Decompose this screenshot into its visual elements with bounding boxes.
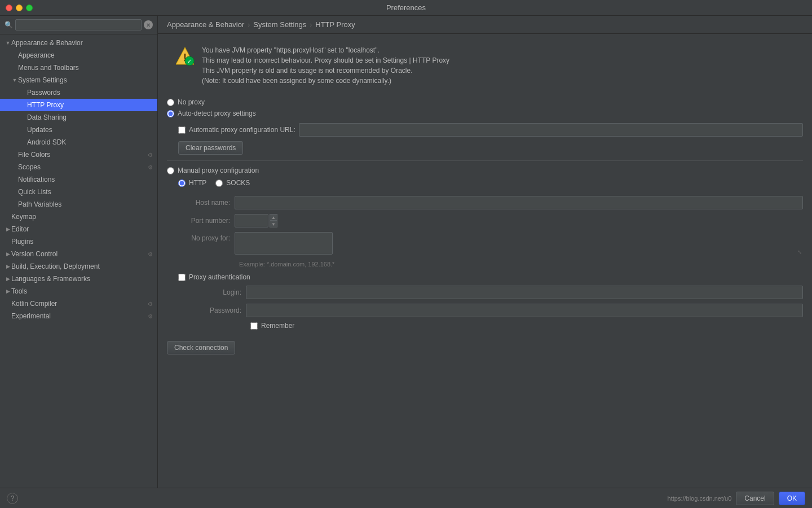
sidebar-item-experimental[interactable]: Experimental ⚙ bbox=[0, 310, 157, 322]
breadcrumb-system-settings[interactable]: System Settings bbox=[253, 20, 306, 29]
socks-protocol-row: SOCKS bbox=[215, 179, 250, 187]
manual-proxy-row: Manual proxy configuration bbox=[167, 167, 803, 174]
sidebar-item-kotlin-compiler[interactable]: Kotlin Compiler ⚙ bbox=[0, 297, 157, 310]
breadcrumb-sep-2: › bbox=[310, 21, 312, 29]
maximize-button[interactable] bbox=[26, 5, 33, 11]
no-proxy-for-row: No proxy for: ⤡ bbox=[178, 232, 803, 256]
experimental-icon: ⚙ bbox=[148, 313, 153, 319]
kotlin-icon: ⚙ bbox=[148, 301, 153, 307]
title-bar: Preferences bbox=[0, 0, 812, 16]
no-proxy-label: No proxy bbox=[178, 98, 205, 106]
breadcrumb-sep-1: › bbox=[248, 21, 250, 29]
content-scroll: ! ✓ You have JVM property "https.proxyHo… bbox=[158, 34, 812, 488]
manual-proxy-radio[interactable] bbox=[167, 167, 174, 174]
sidebar-item-quick-lists[interactable]: Quick Lists bbox=[0, 186, 157, 198]
login-input[interactable] bbox=[246, 286, 803, 299]
no-proxy-radio[interactable] bbox=[167, 99, 174, 106]
port-number-input[interactable]: 80 bbox=[235, 214, 268, 227]
password-label: Password: bbox=[189, 306, 246, 314]
check-connection-button[interactable]: Check connection bbox=[167, 341, 235, 354]
bottom-bar: ? https://blog.csdn.net/u0 Cancel OK bbox=[0, 488, 812, 508]
sidebar-item-scopes[interactable]: Scopes ⚙ bbox=[0, 161, 157, 173]
auto-proxy-url-input[interactable] bbox=[299, 123, 803, 137]
svg-text:✓: ✓ bbox=[187, 58, 192, 64]
proxy-auth-header: Proxy authentication bbox=[178, 273, 803, 281]
http-radio[interactable] bbox=[178, 179, 186, 187]
sidebar: 🔍 ✕ Appearance & Behavior Appearance Men… bbox=[0, 16, 158, 488]
minimize-button[interactable] bbox=[16, 5, 23, 11]
auto-proxy-checkbox[interactable] bbox=[178, 126, 186, 134]
proxy-auth-section: Proxy authentication Login: Password: bbox=[178, 273, 803, 330]
port-decrement-button[interactable]: ▼ bbox=[270, 221, 277, 227]
sidebar-item-file-colors[interactable]: File Colors ⚙ bbox=[0, 148, 157, 161]
sidebar-item-build-execution[interactable]: Build, Execution, Deployment bbox=[0, 260, 157, 273]
sidebar-item-http-proxy[interactable]: HTTP Proxy bbox=[0, 99, 157, 111]
breadcrumb-http-proxy: HTTP Proxy bbox=[315, 20, 355, 29]
remember-checkbox[interactable] bbox=[250, 322, 258, 330]
sidebar-item-editor[interactable]: Editor bbox=[0, 223, 157, 235]
sidebar-item-tools[interactable]: Tools bbox=[0, 285, 157, 297]
host-name-input[interactable] bbox=[235, 196, 803, 209]
url-text: https://blog.csdn.net/u0 bbox=[668, 495, 732, 502]
manual-proxy-label: Manual proxy configuration bbox=[178, 167, 259, 174]
proxy-auth-label: Proxy authentication bbox=[189, 273, 250, 281]
sidebar-item-keymap[interactable]: Keymap bbox=[0, 211, 157, 223]
sidebar-item-languages-frameworks[interactable]: Languages & Frameworks bbox=[0, 273, 157, 285]
sidebar-item-version-control[interactable]: Version Control ⚙ bbox=[0, 248, 157, 260]
proxy-auth-checkbox[interactable] bbox=[178, 274, 186, 281]
close-button[interactable] bbox=[6, 5, 12, 11]
sidebar-item-data-sharing[interactable]: Data Sharing bbox=[0, 111, 157, 124]
cancel-button[interactable]: Cancel bbox=[736, 492, 774, 505]
login-row: Login: bbox=[189, 286, 803, 299]
sidebar-item-updates[interactable]: Updates bbox=[0, 124, 157, 136]
sidebar-item-plugins[interactable]: Plugins bbox=[0, 235, 157, 248]
login-label: Login: bbox=[189, 288, 246, 296]
auto-detect-label: Auto-detect proxy settings bbox=[178, 110, 256, 117]
warning-icon: ! ✓ bbox=[174, 45, 196, 68]
no-proxy-for-input[interactable] bbox=[235, 232, 333, 255]
sidebar-item-menus-toolbars[interactable]: Menus and Toolbars bbox=[0, 62, 157, 74]
search-container: 🔍 ✕ bbox=[0, 16, 157, 34]
sidebar-item-system-settings[interactable]: System Settings bbox=[0, 74, 157, 86]
expand-icon[interactable]: ⤡ bbox=[797, 249, 802, 255]
sidebar-item-notifications[interactable]: Notifications bbox=[0, 173, 157, 186]
warning-text: You have JVM property "https.proxyHost" … bbox=[202, 45, 449, 86]
proxy-radio-group: No proxy Auto-detect proxy settings bbox=[167, 98, 803, 117]
tree-arrow-build bbox=[5, 263, 11, 270]
breadcrumb-appearance-behavior[interactable]: Appearance & Behavior bbox=[167, 20, 244, 29]
proxy-auth-fields: Login: Password: Remember bbox=[189, 286, 803, 330]
check-connection-wrap: Check connection bbox=[167, 341, 803, 354]
file-colors-icon: ⚙ bbox=[148, 152, 153, 158]
http-protocol-row: HTTP bbox=[178, 179, 206, 187]
sidebar-item-android-sdk[interactable]: Android SDK bbox=[0, 136, 157, 148]
sidebar-tree: Appearance & Behavior Appearance Menus a… bbox=[0, 34, 157, 488]
help-button[interactable]: ? bbox=[7, 493, 18, 504]
auto-detect-settings: Automatic proxy configuration URL: Clear… bbox=[178, 123, 803, 155]
password-input[interactable] bbox=[246, 304, 803, 317]
sidebar-item-appearance-behavior[interactable]: Appearance & Behavior bbox=[0, 37, 157, 49]
search-input[interactable] bbox=[15, 19, 142, 30]
clear-passwords-button[interactable]: Clear passwords bbox=[178, 141, 243, 155]
socks-radio[interactable] bbox=[215, 179, 223, 187]
no-proxy-for-wrap: ⤡ bbox=[235, 232, 803, 256]
sidebar-item-passwords[interactable]: Passwords bbox=[0, 86, 157, 99]
host-name-label: Host name: bbox=[178, 199, 235, 207]
tree-arrow-languages bbox=[5, 275, 11, 282]
example-text: Example: *.domain.com, 192.168.* bbox=[239, 261, 803, 268]
no-proxy-row: No proxy bbox=[167, 98, 803, 106]
sidebar-item-path-variables[interactable]: Path Variables bbox=[0, 198, 157, 211]
port-number-label: Port number: bbox=[178, 217, 235, 225]
sidebar-item-appearance[interactable]: Appearance bbox=[0, 49, 157, 62]
tree-arrow-appearance-behavior bbox=[5, 40, 11, 46]
search-clear-button[interactable]: ✕ bbox=[144, 20, 153, 29]
traffic-lights[interactable] bbox=[6, 5, 33, 11]
content-area: Appearance & Behavior › System Settings … bbox=[158, 16, 812, 488]
section-divider bbox=[167, 160, 803, 161]
port-increment-button[interactable]: ▲ bbox=[270, 214, 277, 221]
auto-detect-radio[interactable] bbox=[167, 110, 174, 117]
manual-proxy-content: HTTP SOCKS Host name: Port number: 80 bbox=[178, 179, 803, 330]
scopes-icon: ⚙ bbox=[148, 164, 153, 170]
socks-label: SOCKS bbox=[226, 179, 250, 187]
tree-arrow-version-control bbox=[5, 251, 11, 257]
ok-button[interactable]: OK bbox=[779, 492, 805, 505]
